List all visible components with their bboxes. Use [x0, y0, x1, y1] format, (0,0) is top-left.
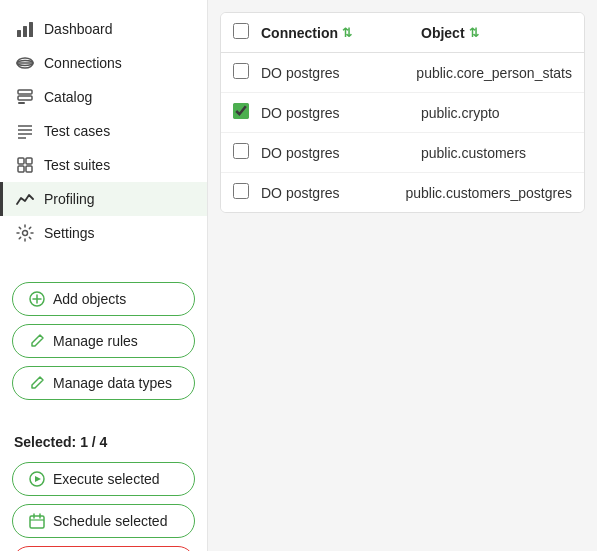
object-sort-icon: ⇅: [469, 26, 479, 40]
main-content: Connection ⇅ Object ⇅ DO postgres public…: [208, 0, 597, 551]
column-header-connection[interactable]: Connection ⇅: [261, 25, 421, 41]
svg-rect-0: [17, 30, 21, 37]
row-3-checkbox-cell: [233, 143, 261, 162]
sidebar-item-dashboard[interactable]: Dashboard: [0, 12, 207, 46]
schedule-selected-button[interactable]: Schedule selected: [12, 504, 195, 538]
svg-rect-15: [18, 166, 24, 172]
header-checkbox-cell: [233, 23, 261, 42]
add-objects-label: Add objects: [53, 291, 126, 307]
sidebar-item-test-suites[interactable]: Test suites: [0, 148, 207, 182]
table-row: DO postgres public.crypto: [221, 93, 584, 133]
selected-count-label: Selected: 1 / 4: [0, 424, 207, 454]
list-icon: [16, 122, 34, 140]
sidebar-item-settings-label: Settings: [44, 225, 95, 241]
sidebar-item-catalog-label: Catalog: [44, 89, 92, 105]
row-2-checkbox[interactable]: [233, 103, 249, 119]
row-4-checkbox[interactable]: [233, 183, 249, 199]
row-2-checkbox-cell: [233, 103, 261, 122]
svg-marker-22: [35, 476, 41, 482]
svg-rect-1: [23, 26, 27, 37]
data-table: Connection ⇅ Object ⇅ DO postgres public…: [220, 12, 585, 213]
nav-section: Dashboard Connections Catalo: [0, 0, 207, 258]
sidebar-item-profiling[interactable]: Profiling: [0, 182, 207, 216]
row-1-checkbox-cell: [233, 63, 261, 82]
profiling-icon: [16, 190, 34, 208]
sidebar-item-settings[interactable]: Settings: [0, 216, 207, 250]
sidebar-item-test-suites-label: Test suites: [44, 157, 110, 173]
execute-selected-label: Execute selected: [53, 471, 160, 487]
row-1-checkbox[interactable]: [233, 63, 249, 79]
table-row: DO postgres public.customers: [221, 133, 584, 173]
row-1-connection: DO postgres: [261, 65, 416, 81]
sidebar-item-test-cases[interactable]: Test cases: [0, 114, 207, 148]
column-object-label: Object: [421, 25, 465, 41]
row-4-checkbox-cell: [233, 183, 261, 202]
bar-chart-icon: [16, 20, 34, 38]
play-circle-icon: [29, 471, 45, 487]
manage-data-types-label: Manage data types: [53, 375, 172, 391]
row-1-object: public.core_person_stats: [416, 65, 572, 81]
sidebar-item-catalog[interactable]: Catalog: [0, 80, 207, 114]
manage-rules-label: Manage rules: [53, 333, 138, 349]
schedule-selected-label: Schedule selected: [53, 513, 167, 529]
connection-sort-icon: ⇅: [342, 26, 352, 40]
column-connection-label: Connection: [261, 25, 338, 41]
sidebar-item-connections-label: Connections: [44, 55, 122, 71]
table-header-row: Connection ⇅ Object ⇅: [221, 13, 584, 53]
svg-rect-8: [18, 102, 25, 104]
manage-rules-button[interactable]: Manage rules: [12, 324, 195, 358]
sidebar-item-connections[interactable]: Connections: [0, 46, 207, 80]
sidebar-item-profiling-label: Profiling: [44, 191, 95, 207]
sidebar: Dashboard Connections Catalo: [0, 0, 208, 551]
column-header-object[interactable]: Object ⇅: [421, 25, 572, 41]
delete-selected-button[interactable]: Delete selected: [12, 546, 195, 551]
row-4-connection: DO postgres: [261, 185, 405, 201]
sidebar-item-test-cases-label: Test cases: [44, 123, 110, 139]
execute-selected-button[interactable]: Execute selected: [12, 462, 195, 496]
row-2-object: public.crypto: [421, 105, 572, 121]
select-all-checkbox[interactable]: [233, 23, 249, 39]
row-3-checkbox[interactable]: [233, 143, 249, 159]
plus-circle-icon: [29, 291, 45, 307]
test-suites-icon: [16, 156, 34, 174]
sidebar-item-dashboard-label: Dashboard: [44, 21, 113, 37]
add-objects-button[interactable]: Add objects: [12, 282, 195, 316]
pencil-icon: [29, 333, 45, 349]
calendar-icon: [29, 513, 45, 529]
selected-action-buttons-section: Execute selected Schedule selected: [0, 454, 207, 551]
row-2-connection: DO postgres: [261, 105, 421, 121]
svg-point-17: [23, 231, 28, 236]
svg-rect-14: [26, 158, 32, 164]
settings-icon: [16, 224, 34, 242]
table-row: DO postgres public.customers_postgres: [221, 173, 584, 212]
row-3-object: public.customers: [421, 145, 572, 161]
svg-rect-23: [30, 516, 44, 528]
catalog-icon: [16, 88, 34, 106]
connections-icon: [16, 54, 34, 72]
manage-data-types-button[interactable]: Manage data types: [12, 366, 195, 400]
svg-rect-16: [26, 166, 32, 172]
row-3-connection: DO postgres: [261, 145, 421, 161]
action-buttons-section: Add objects Manage rules Manage data typ…: [0, 274, 207, 408]
svg-rect-13: [18, 158, 24, 164]
row-4-object: public.customers_postgres: [405, 185, 572, 201]
svg-rect-7: [18, 96, 32, 100]
svg-rect-2: [29, 22, 33, 37]
pencil-data-icon: [29, 375, 45, 391]
svg-rect-6: [18, 90, 32, 94]
table-row: DO postgres public.core_person_stats: [221, 53, 584, 93]
